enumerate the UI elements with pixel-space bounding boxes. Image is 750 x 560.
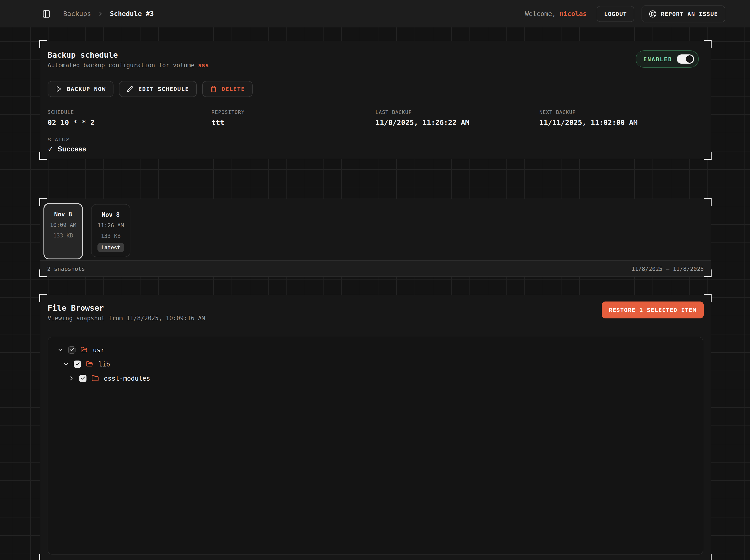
schedule-fields: SCHEDULE 02 10 * * 2 REPOSITORY ttt LAST… [47, 109, 703, 127]
file-browser-card: File Browser Viewing snapshot from 11/8/… [40, 295, 711, 560]
tree-item-lib[interactable]: lib [53, 357, 698, 371]
toggle-switch[interactable] [677, 55, 694, 64]
status-badge: ✓ Success [47, 145, 703, 154]
app-viewport: Backups Schedule #3 Welcome, nicolas LOG… [0, 0, 750, 560]
restore-selected-button[interactable]: RESTORE 1 SELECTED ITEM [601, 301, 704, 318]
top-bar: Backups Schedule #3 Welcome, nicolas LOG… [0, 0, 750, 27]
welcome-text: Welcome, nicolas [525, 10, 587, 17]
card-subtitle: Automated backup configuration for volum… [47, 62, 209, 69]
enabled-label: ENABLED [644, 56, 672, 62]
file-browser-title: File Browser [47, 303, 205, 313]
file-browser-subtitle: Viewing snapshot from 11/8/2025, 10:09:1… [47, 315, 205, 322]
pencil-icon [127, 86, 134, 93]
play-icon [55, 86, 62, 93]
enabled-toggle[interactable]: ENABLED [636, 50, 699, 68]
main-content: Backup schedule Automated backup configu… [0, 27, 750, 560]
tree-item-ossl-modules[interactable]: ossl-modules [53, 371, 698, 385]
corner-bracket [704, 152, 712, 160]
folder-open-icon [81, 346, 88, 354]
corner-bracket [39, 152, 47, 160]
chevron-right-icon[interactable] [68, 375, 75, 382]
snapshot-card-selected[interactable]: Nov 8 10:09 AM 133 KB [43, 203, 83, 259]
username: nicolas [560, 10, 587, 17]
corner-bracket [704, 198, 712, 206]
corner-bracket [704, 294, 712, 302]
breadcrumb: Backups Schedule #3 [63, 10, 154, 17]
edit-schedule-button[interactable]: EDIT SCHEDULE [119, 81, 197, 97]
backup-schedule-card: Backup schedule Automated backup configu… [40, 41, 711, 159]
snapshot-card[interactable]: Nov 8 11:26 AM 133 KB Latest [91, 204, 131, 257]
report-issue-button[interactable]: REPORT AN ISSUE [642, 5, 725, 22]
chevron-down-icon[interactable] [57, 346, 64, 354]
status-block: STATUS ✓ Success [47, 137, 703, 154]
snapshots-section: Nov 8 10:09 AM 133 KB Nov 8 11:26 AM 133… [40, 199, 711, 277]
toggle-knob [686, 55, 693, 63]
breadcrumb-backups-link[interactable]: Backups [63, 10, 91, 17]
lifebuoy-icon [649, 10, 657, 18]
checkbox-lib[interactable] [74, 361, 81, 368]
check-icon: ✓ [47, 145, 53, 154]
corner-bracket [704, 40, 712, 48]
snapshot-strip: Nov 8 10:09 AM 133 KB Nov 8 11:26 AM 133… [40, 199, 711, 257]
corner-bracket [39, 269, 47, 277]
breadcrumb-current: Schedule #3 [110, 10, 154, 17]
folder-icon [92, 375, 99, 382]
file-tree: usr lib [47, 337, 703, 555]
corner-bracket [39, 40, 47, 48]
field-last-backup: LAST BACKUP 11/8/2025, 11:26:22 AM [375, 109, 539, 127]
folder-open-icon [86, 361, 93, 368]
chevron-right-icon [97, 11, 103, 17]
field-repository: REPOSITORY ttt [212, 109, 376, 127]
trash-icon [210, 86, 217, 93]
corner-bracket [39, 198, 47, 206]
corner-bracket [39, 294, 47, 302]
delete-button[interactable]: DELETE [202, 81, 253, 97]
page-title: Backup schedule [47, 50, 209, 60]
corner-bracket [704, 554, 712, 560]
corner-bracket [704, 269, 712, 277]
sidebar-toggle-icon[interactable] [40, 8, 52, 20]
checkbox-ossl-modules[interactable] [79, 375, 86, 382]
snapshots-footer: 2 snapshots 11/8/2025 – 11/8/2025 [40, 260, 711, 276]
field-schedule: SCHEDULE 02 10 * * 2 [47, 109, 212, 127]
field-next-backup: NEXT BACKUP 11/11/2025, 11:02:00 AM [539, 109, 704, 127]
snapshot-date-range: 11/8/2025 – 11/8/2025 [631, 265, 704, 272]
tree-item-usr[interactable]: usr [53, 343, 698, 357]
logout-button[interactable]: LOGOUT [597, 6, 634, 22]
latest-badge: Latest [97, 243, 124, 252]
snapshot-count: 2 snapshots [47, 265, 85, 272]
backup-now-button[interactable]: BACKUP NOW [47, 81, 114, 97]
volume-name: sss [198, 62, 209, 69]
chevron-down-icon[interactable] [62, 361, 69, 367]
corner-bracket [39, 554, 47, 560]
checkbox-usr[interactable] [68, 346, 76, 354]
